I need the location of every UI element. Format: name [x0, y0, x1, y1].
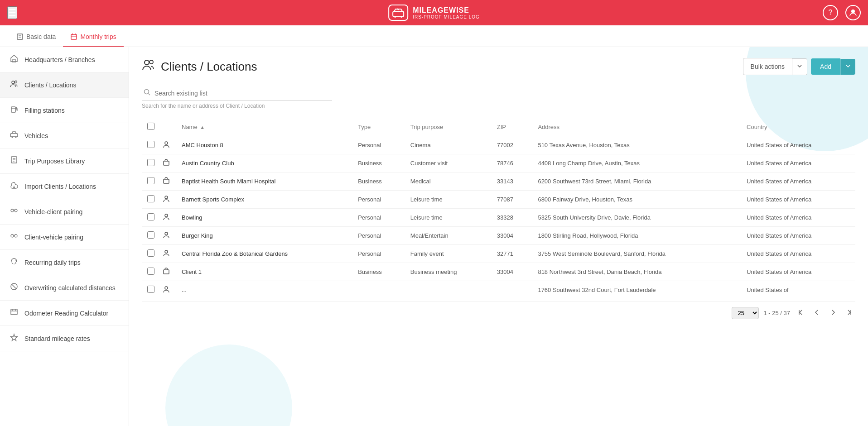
svg-point-2	[400, 16, 402, 18]
row-country: United States of America	[741, 172, 855, 191]
search-icon	[144, 89, 151, 98]
sidebar-item-import[interactable]: Import Clients / Locations	[0, 174, 129, 199]
row-checkbox[interactable]	[147, 231, 154, 239]
search-box	[142, 86, 332, 101]
svg-point-39	[165, 142, 168, 144]
table-body: AMC Houston 8 Personal Cinema 77002 510 …	[142, 136, 855, 299]
svg-point-12	[12, 81, 14, 84]
row-country: United States of America	[741, 191, 855, 209]
tab-basic-data[interactable]: Basic data	[9, 28, 63, 47]
chevron-down-icon	[797, 63, 802, 69]
row-type-icon	[160, 227, 176, 245]
row-address: 510 Texas Avenue, Houston, Texas	[532, 136, 741, 154]
svg-rect-41	[164, 179, 169, 183]
svg-point-47	[165, 287, 168, 289]
help-button[interactable]: ?	[823, 5, 838, 20]
row-type: Personal	[352, 245, 405, 263]
sidebar-item-vehicles[interactable]: Vehicles	[0, 123, 129, 148]
row-country: United States of America	[741, 136, 855, 154]
table-row: Austin Country Club Business Customer vi…	[142, 154, 855, 172]
row-checkbox[interactable]	[147, 249, 154, 257]
row-checkbox[interactable]	[147, 213, 154, 220]
row-zip: 78746	[492, 154, 533, 172]
svg-rect-46	[164, 270, 169, 274]
sidebar-item-mileage-rates[interactable]: Standard mileage rates	[0, 326, 129, 351]
row-type: Business	[352, 154, 405, 172]
row-trip-purpose: Medical	[405, 172, 492, 191]
row-trip-purpose: Leisure time	[405, 191, 492, 209]
row-type: Business	[352, 263, 405, 281]
vehicle-client-icon	[9, 206, 19, 217]
row-checkbox[interactable]	[147, 286, 154, 293]
col-zip: ZIP	[492, 118, 533, 136]
row-zip	[492, 281, 533, 299]
sidebar-item-trip-purposes[interactable]: Trip Purposes Library	[0, 148, 129, 174]
last-page-button[interactable]	[844, 307, 855, 319]
table-row: AMC Houston 8 Personal Cinema 77002 510 …	[142, 136, 855, 154]
sidebar-item-odometer[interactable]: Odometer Reading Calculator	[0, 301, 129, 326]
sidebar-item-vehicle-client[interactable]: Vehicle-client pairing	[0, 199, 129, 225]
row-address: 5325 South University Drive, Davie, Flor…	[532, 209, 741, 227]
table-row: ... 1760 Southwest 32nd Court, Fort Laud…	[142, 281, 855, 299]
sidebar-item-filling[interactable]: Filling stations	[0, 98, 129, 123]
row-type-icon	[160, 209, 176, 227]
top-nav-right: ?	[823, 5, 861, 20]
row-checkbox[interactable]	[147, 195, 154, 202]
data-table: Name ▲ Type Trip purpose ZIP Address Cou…	[142, 118, 855, 299]
row-checkbox[interactable]	[147, 268, 154, 275]
row-name: Austin Country Club	[176, 154, 352, 172]
sidebar-item-clients[interactable]: Clients / Locations	[0, 72, 129, 98]
logo-icon	[392, 8, 405, 18]
row-address: 818 Northwest 3rd Street, Dania Beach, F…	[532, 263, 741, 281]
page-size-select[interactable]: 25 10 50 100	[732, 307, 759, 319]
svg-point-1	[394, 16, 396, 18]
odometer-icon	[9, 308, 19, 318]
col-country: Country	[741, 118, 855, 136]
bulk-actions-dropdown[interactable]	[792, 58, 807, 75]
bulk-actions-button[interactable]: Bulk actions	[743, 58, 792, 75]
row-checkbox[interactable]	[147, 159, 154, 166]
sidebar-item-overwriting[interactable]: Overwriting calculated distances	[0, 275, 129, 301]
table-row: Baptist Health South Miami Hospital Busi…	[142, 172, 855, 191]
svg-rect-40	[164, 161, 169, 165]
hamburger-menu[interactable]: ☰	[7, 6, 17, 19]
first-page-button[interactable]	[795, 307, 806, 319]
trip-purposes-icon	[9, 156, 19, 166]
row-type-icon	[160, 263, 176, 281]
table-row: Client 1 Business Business meeting 33004…	[142, 263, 855, 281]
col-trip-purpose: Trip purpose	[405, 118, 492, 136]
select-all-checkbox[interactable]	[147, 123, 154, 130]
add-button[interactable]: Add	[811, 58, 840, 75]
svg-point-26	[11, 235, 14, 237]
svg-point-45	[165, 250, 168, 253]
logo-text: MILEAGEWISE IRS-PROOF MILEAGE LOG	[413, 6, 480, 19]
row-trip-purpose: Cinema	[405, 136, 492, 154]
next-page-button[interactable]	[827, 307, 839, 319]
sidebar-item-client-vehicle[interactable]: Client-vehicle pairing	[0, 225, 129, 250]
prev-page-button[interactable]	[811, 307, 823, 319]
row-type	[352, 281, 405, 299]
tab-monthly-trips[interactable]: Monthly trips	[63, 28, 123, 47]
top-navigation: ☰ MILEAGEWISE IRS-PROOF MILEAGE LOG ?	[0, 0, 868, 25]
add-dropdown[interactable]	[840, 59, 855, 75]
row-address: 1800 Stirling Road, Hollywood, Florida	[532, 227, 741, 245]
svg-point-23	[11, 209, 14, 212]
first-page-icon	[797, 309, 804, 316]
row-zip: 77087	[492, 191, 533, 209]
user-icon	[849, 9, 857, 17]
user-button[interactable]	[845, 5, 861, 20]
sidebar-item-recurring[interactable]: Recurring daily trips	[0, 250, 129, 275]
sidebar-item-hq[interactable]: Headquarters / Branches	[0, 47, 129, 72]
page-header: Clients / Locations Bulk actions Add	[142, 58, 855, 75]
row-checkbox[interactable]	[147, 141, 154, 148]
table-row: Burger King Personal Meal/Entertain 3300…	[142, 227, 855, 245]
row-checkbox[interactable]	[147, 177, 154, 184]
table-row: Central Florida Zoo & Botanical Gardens …	[142, 245, 855, 263]
row-name: Client 1	[176, 263, 352, 281]
row-name: Baptist Health South Miami Hospital	[176, 172, 352, 191]
row-type-icon	[160, 281, 176, 299]
svg-point-36	[149, 60, 153, 64]
search-input[interactable]	[154, 90, 330, 97]
row-address: 3755 West Seminole Boulevard, Sanford, F…	[532, 245, 741, 263]
search-area: Search for the name or address of Client…	[142, 86, 855, 109]
